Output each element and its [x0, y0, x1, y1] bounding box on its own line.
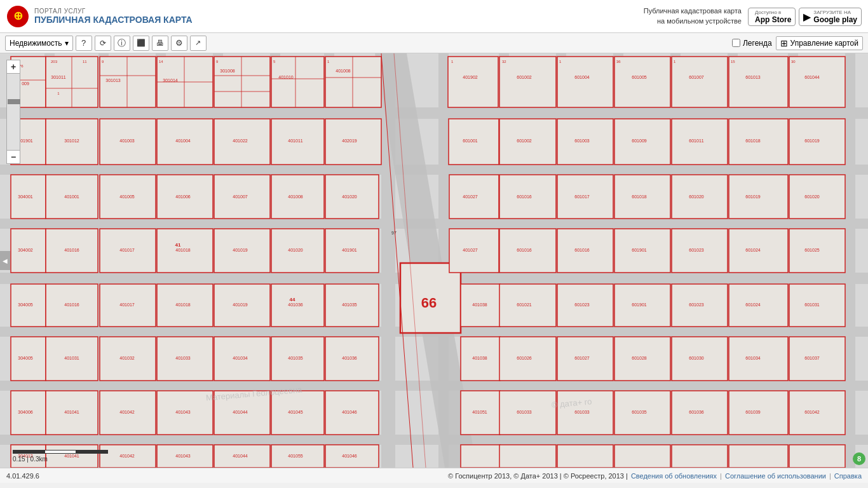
app-store-badge[interactable]: Доступно в App Store [748, 8, 796, 26]
svg-text:601033: 601033 [517, 410, 531, 414]
svg-text:601028: 601028 [632, 356, 646, 360]
svg-text:30: 30 [791, 60, 796, 64]
share-icon: ↗ [195, 39, 201, 47]
svg-text:401036: 401036 [342, 356, 356, 360]
svg-text:601020: 601020 [689, 194, 703, 199]
svg-text:401033: 401033 [175, 356, 190, 360]
svg-text:301011: 301011 [51, 75, 65, 79]
map-control-icon: ⊞ [780, 38, 788, 48]
svg-text:44: 44 [290, 297, 295, 302]
svg-text:601016: 601016 [574, 248, 589, 252]
header-title-block: ПОРТАЛ УСЛУГ ПУБЛИЧНАЯ КАДАСТРОВАЯ КАРТА [34, 8, 193, 25]
map-svg: 009 301011 1 301013 301014 301008 401010… [0, 53, 868, 468]
site-title: ПУБЛИЧНАЯ КАДАСТРОВАЯ КАРТА [34, 15, 193, 25]
svg-text:601901: 601901 [632, 302, 646, 307]
share-btn[interactable]: ↗ [190, 36, 207, 51]
svg-rect-4 [0, 107, 868, 119]
help-link[interactable]: Справка [834, 472, 862, 480]
svg-rect-133 [461, 445, 500, 468]
property-type-dropdown[interactable]: Недвижимость ▾ [5, 36, 73, 51]
scale-label: 0.15 | 0.3km [13, 456, 48, 463]
svg-text:402019: 402019 [342, 139, 356, 143]
question-btn[interactable]: ? [76, 36, 92, 51]
svg-text:601024: 601024 [745, 248, 760, 252]
legend-checkbox-label[interactable]: Легенда [732, 39, 772, 48]
map-update-badge[interactable]: 8 [853, 452, 865, 465]
header-logo: ⊕ ПОРТАЛ УСЛУГ ПУБЛИЧНАЯ КАДАСТРОВАЯ КАР… [6, 5, 193, 28]
svg-text:401044: 401044 [233, 410, 247, 414]
svg-text:401031: 401031 [64, 356, 79, 360]
print-btn[interactable]: 🖶 [152, 36, 168, 51]
svg-text:304002: 304002 [18, 248, 32, 252]
app-badges: Доступно в App Store ▶ ЗАГРУЗИТЕ НА Goog… [748, 8, 862, 26]
svg-text:401018: 401018 [175, 302, 190, 307]
scale-segment-dark2 [76, 450, 108, 454]
scale-segment-dark [13, 450, 44, 454]
svg-text:601007: 601007 [689, 75, 703, 79]
svg-text:601003: 601003 [574, 139, 589, 143]
svg-text:401022: 401022 [233, 139, 247, 143]
svg-text:601013: 601013 [745, 75, 760, 79]
svg-text:304005: 304005 [18, 356, 32, 360]
svg-rect-33 [325, 57, 381, 107]
map-control-btn[interactable]: ⊞ Управление картой [776, 36, 863, 50]
svg-text:41: 41 [175, 242, 181, 248]
svg-text:401038: 401038 [472, 302, 487, 307]
nav-arrow-left[interactable]: ◀ [0, 251, 10, 270]
print-icon: 🖶 [156, 39, 164, 48]
updates-link[interactable]: Сведения об обновлениях [631, 472, 717, 480]
scale-segment-light [44, 450, 76, 454]
svg-text:601009: 601009 [632, 139, 646, 143]
svg-text:401001: 401001 [64, 194, 79, 199]
svg-text:401042: 401042 [119, 454, 134, 458]
svg-text:601016: 601016 [517, 194, 531, 199]
scale-bar: 0.15 | 0.3km [13, 449, 108, 463]
svg-text:304001: 304001 [18, 194, 32, 199]
measure-btn[interactable]: ⬛ [133, 36, 149, 51]
toolbar: Недвижимость ▾ ? ⟳ ⓘ ⬛ 🖶 ⚙ ↗ Легенда ⊞ У… [0, 33, 868, 53]
zoom-in-btn[interactable]: + [6, 60, 20, 74]
zoom-slider-track[interactable] [6, 74, 20, 150]
zoom-slider-thumb[interactable] [8, 99, 20, 104]
svg-text:601019: 601019 [804, 139, 819, 143]
google-play-label: Google play [813, 15, 857, 24]
svg-rect-38 [672, 57, 728, 107]
refresh-btn[interactable]: ⟳ [95, 36, 111, 51]
svg-text:601033: 601033 [574, 410, 589, 414]
svg-text:401004: 401004 [175, 139, 190, 143]
svg-rect-25 [845, 53, 855, 468]
map-control-label: Управление картой [790, 39, 858, 48]
info-btn[interactable]: ⓘ [114, 36, 130, 51]
svg-text:401006: 401006 [175, 194, 190, 199]
svg-rect-134 [499, 445, 556, 468]
map-container[interactable]: 009 301011 1 301013 301014 301008 401010… [0, 53, 868, 468]
load-on-label: ЗАГРУЗИТЕ НА [813, 10, 857, 15]
svg-text:601027: 601027 [574, 356, 589, 360]
google-play-badge[interactable]: ▶ ЗАГРУЗИТЕ НА Google play [799, 8, 862, 26]
svg-text:401008: 401008 [288, 194, 302, 199]
svg-text:401046: 401046 [342, 454, 356, 458]
svg-text:401020: 401020 [288, 248, 302, 252]
info-icon: ⓘ [118, 37, 126, 49]
svg-text:304005: 304005 [18, 302, 32, 307]
svg-text:14: 14 [159, 60, 163, 64]
portal-label: ПОРТАЛ УСЛУГ [34, 8, 193, 15]
svg-text:401051: 401051 [472, 410, 487, 414]
settings-btn[interactable]: ⚙ [171, 36, 187, 51]
svg-rect-138 [729, 445, 788, 468]
svg-text:601044: 601044 [804, 75, 819, 79]
svg-text:401034: 401034 [233, 356, 247, 360]
svg-text:401046: 401046 [342, 410, 356, 414]
svg-text:401017: 401017 [119, 248, 134, 252]
measure-icon: ⬛ [137, 39, 146, 47]
svg-text:601019: 601019 [745, 194, 760, 199]
svg-text:401042: 401042 [119, 410, 134, 414]
svg-rect-139 [789, 445, 845, 468]
legend-checkbox[interactable] [732, 39, 740, 47]
svg-text:401902: 401902 [463, 75, 477, 79]
zoom-out-btn[interactable]: − [6, 150, 20, 164]
agreement-link[interactable]: Соглашение об использовании [725, 472, 826, 480]
svg-rect-137 [672, 445, 728, 468]
svg-text:401020: 401020 [342, 194, 356, 199]
google-play-label-block: ЗАГРУЗИТЕ НА Google play [813, 10, 857, 24]
